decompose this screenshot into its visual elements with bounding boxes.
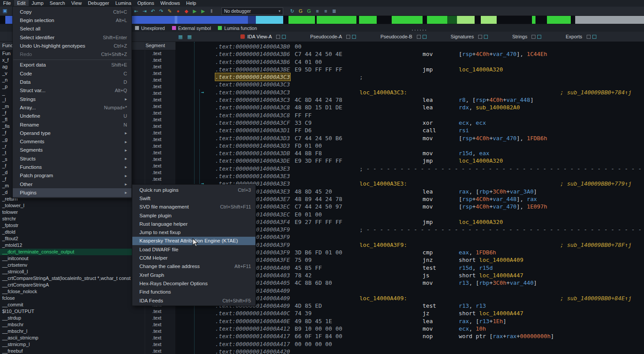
disassembly-line[interactable]: .text:000000014000A3C8FF FF: [176, 112, 644, 119]
navband-segment[interactable]: [0, 16, 5, 24]
tab-strings[interactable]: Strings: [512, 34, 527, 39]
navband-segment[interactable]: [288, 16, 315, 24]
stop-icon[interactable]: ◆: [183, 7, 190, 15]
float-window-icon[interactable]: [346, 35, 350, 39]
navband-segment[interactable]: [392, 16, 423, 24]
tab-ida-view-a[interactable]: IDA View-A: [240, 34, 272, 39]
tab-pseudocode-a[interactable]: Pseudocode-A: [310, 34, 342, 39]
lumina-pull-icon[interactable]: G: [297, 7, 304, 15]
plugins-menu-item-swift[interactable]: Swift: [132, 194, 255, 202]
navband-segment[interactable]: [532, 16, 535, 24]
menubar-item-options[interactable]: Options: [135, 0, 157, 7]
edit-menu-item-undo-un-highlight-genotypes[interactable]: Undo Un-highlight genotypesCtrl+Z: [13, 41, 131, 50]
menubar-item-jump[interactable]: Jump: [29, 0, 47, 7]
float-window-icon[interactable]: [276, 35, 280, 39]
edit-menu-item-segments[interactable]: Segments▸: [13, 146, 131, 154]
list-view2-icon[interactable]: ≡: [322, 7, 329, 15]
menubar-item-help[interactable]: Help: [183, 0, 199, 7]
navband-segment[interactable]: [575, 16, 644, 24]
tab-exports[interactable]: Exports: [565, 34, 582, 39]
plugins-menu-item-find-functions[interactable]: Find functions: [132, 288, 255, 296]
disassembly-line[interactable]: .text:000000014000A3D3C7 44 24 50 B6mov[…: [176, 134, 644, 142]
navband-segment[interactable]: [475, 16, 481, 24]
disassembly-line[interactable]: .text:000000014000A412B9 10 00 00 00move…: [176, 325, 644, 332]
plugins-menu-item-xref-graph[interactable]: Xref Graph: [132, 271, 255, 279]
navband-segment[interactable]: [447, 16, 457, 24]
menubar-item-debugger[interactable]: Debugger: [85, 0, 112, 7]
disassembly-line[interactable]: .text:000000014000A3B6C7 44 24 50 4Emov[…: [176, 50, 644, 58]
plugins-menu-item-hex-rays-decompiler-options[interactable]: Hex-Rays Decompiler Options: [132, 279, 255, 287]
disassembly-line[interactable]: .text:000000014000A3DEE9 3D FF FF FFjmpl…: [176, 157, 644, 164]
disassembly-line[interactable]: .text:000000014000A3C848 8D 15 D1 DElear…: [176, 104, 644, 111]
navband-segment[interactable]: [427, 16, 447, 24]
navband-segment[interactable]: [256, 16, 283, 24]
edit-menu-item-structs[interactable]: Structs▸: [13, 154, 131, 163]
nav-forward-icon[interactable]: ⇥: [141, 7, 148, 15]
menubar-item-view[interactable]: View: [68, 0, 85, 7]
plugins-menu-item-sample-plugin[interactable]: Sample plugin: [132, 211, 255, 220]
menubar-item-file[interactable]: File: [0, 0, 14, 7]
navband-segment[interactable]: [497, 16, 532, 24]
window-grid2-icon[interactable]: ▦: [187, 34, 191, 40]
start-debug-icon[interactable]: ▶: [191, 7, 198, 15]
undo-icon[interactable]: ↶: [149, 7, 157, 15]
float-window-icon[interactable]: [417, 35, 421, 39]
disassembly-line[interactable]: .text:000000014000A3E3: [176, 172, 644, 180]
refresh-icon[interactable]: ↻: [288, 7, 296, 15]
edit-menu-item-operand-type[interactable]: Operand type▸: [13, 129, 131, 137]
edit-menu-item-rename[interactable]: RenameN: [13, 120, 131, 129]
menubar-item-edit[interactable]: Edit: [14, 0, 29, 7]
edit-menu-item-export-data[interactable]: Export dataShift+E: [13, 61, 131, 69]
window-grid-icon[interactable]: ▦: [178, 34, 183, 40]
split-window-icon[interactable]: [352, 35, 356, 39]
navband-segment[interactable]: [248, 16, 256, 24]
functions-header-segment[interactable]: Segment: [146, 43, 165, 48]
menubar-item-lumina[interactable]: Lumina: [112, 0, 134, 7]
function-row[interactable]: __ascii_strnicmp.text: [0, 335, 176, 341]
navband-segment[interactable]: [547, 16, 571, 24]
disassembly-line[interactable]: .text:000000014000A3D3FD 01 00: [176, 142, 644, 149]
plugins-menu-item-quick-run-plugins[interactable]: Quick run pluginsCtrl+3: [132, 186, 255, 194]
nav-back-icon[interactable]: ⇤: [132, 7, 140, 15]
disassembly-line[interactable]: .text:000000014000A3B000: [176, 43, 644, 50]
navband-segment[interactable]: [535, 16, 547, 24]
edit-menu-item-data[interactable]: DataD: [13, 78, 131, 86]
plugins-menu-item-change-the-callee-address[interactable]: Change the callee addressAlt+F11: [132, 262, 255, 271]
float-window-icon[interactable]: [587, 35, 591, 39]
pause-icon[interactable]: ‖: [208, 7, 215, 15]
navband-segment[interactable]: [283, 16, 288, 24]
disassembly-line[interactable]: .text:000000014000A3E3; - - - - - - - - …: [176, 165, 644, 172]
disassembly-line[interactable]: .text:000000014000A3B6C4 01 00: [176, 58, 644, 66]
disassembly-line[interactable]: .text:000000014000A3C3;: [176, 73, 644, 81]
tab-pseudocode-b[interactable]: Pseudocode-B: [380, 34, 412, 39]
function-row[interactable]: __mbschr_l.text: [0, 328, 176, 335]
edit-menu-item-strings[interactable]: Strings▸: [13, 95, 131, 103]
debugger-select[interactable]: No debugger ▾: [221, 7, 283, 15]
list-view3-icon[interactable]: ≣: [330, 7, 338, 15]
navband-segment[interactable]: [571, 16, 575, 24]
split-window-icon[interactable]: [282, 35, 286, 39]
split-window-icon[interactable]: [484, 35, 488, 39]
split-window-icon[interactable]: [592, 35, 596, 39]
continue-icon[interactable]: ▶: [199, 7, 207, 15]
disassembly-line[interactable]: .text:000000014000A3DB44 8B F8movr15d, e…: [176, 149, 644, 157]
edit-menu-item-code[interactable]: CodeC: [13, 69, 131, 78]
edit-menu-item-copy[interactable]: CopyCtrl+C: [13, 7, 131, 16]
navband-segment[interactable]: [359, 16, 377, 24]
function-row[interactable]: $I10_OUTPUT.text: [0, 308, 176, 315]
navband-segment[interactable]: [423, 16, 427, 24]
plugins-menu-item-jump-to-next-fixup[interactable]: Jump to next fixup: [132, 228, 255, 236]
dock-handle[interactable]: [411, 30, 426, 31]
navband-segment[interactable]: [317, 16, 356, 24]
disassembly-line[interactable]: .text:000000014000A40C74 39jzshort loc_1…: [176, 309, 644, 317]
edit-menu-item-other[interactable]: Other▸: [13, 180, 131, 188]
plugins-menu-item-rust-language-helper[interactable]: Rust language helper: [132, 220, 255, 228]
plugins-menu-item-svd-file-management[interactable]: SVD file managementCtrl+Shift+F11: [132, 203, 255, 211]
float-window-icon[interactable]: [478, 35, 482, 39]
edit-menu-item-select-all[interactable]: Select all: [13, 25, 131, 33]
navband-segment[interactable]: [377, 16, 392, 24]
disassembly-line[interactable]: .text:000000014000A3C3: [176, 81, 644, 88]
disassembly-line[interactable]: .text:000000014000A3BEE9 5D FF FF FFjmpl…: [176, 66, 644, 73]
navband-segment[interactable]: [177, 16, 248, 24]
disassembly-line[interactable]: .text:000000014000A3C34C 8D 44 24 78lear…: [176, 96, 644, 104]
